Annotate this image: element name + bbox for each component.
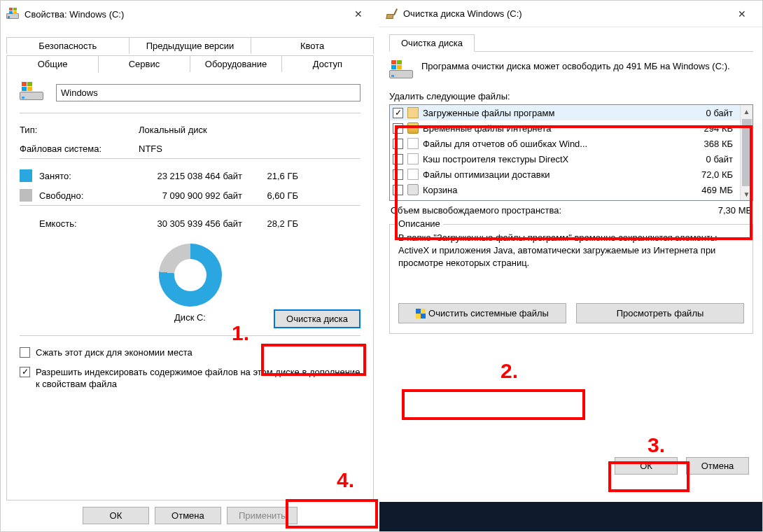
file-icon xyxy=(407,153,419,164)
file-name: Корзина xyxy=(423,185,688,195)
compress-label: Сжать этот диск для экономии места xyxy=(36,346,192,359)
disk-cleanup-button[interactable]: Очистка диска xyxy=(274,309,360,328)
trash-icon xyxy=(407,184,419,195)
compress-checkbox[interactable] xyxy=(20,347,30,358)
folder-icon xyxy=(407,107,419,118)
tab-tools[interactable]: Сервис xyxy=(99,55,190,72)
file-size: 368 КБ xyxy=(688,139,737,149)
lock-icon xyxy=(407,122,419,134)
free-label: Свободно: xyxy=(39,190,137,201)
scroll-thumb[interactable] xyxy=(742,119,752,186)
properties-window: Свойства: Windows (C:) ✕ Безопасность Пр… xyxy=(1,1,379,531)
file-checkbox[interactable] xyxy=(393,185,403,195)
list-item[interactable]: Файлы оптимизации доставки72,0 КБ xyxy=(390,167,740,182)
general-tab-content: Тип: Локальный диск Файловая система: NT… xyxy=(6,72,374,500)
separator xyxy=(20,205,360,206)
close-button[interactable]: ✕ xyxy=(343,4,374,24)
file-name: Файлы для отчетов об ошибках Wind... xyxy=(423,139,688,149)
type-value: Локальный диск xyxy=(139,125,360,135)
file-checkbox[interactable] xyxy=(393,169,403,180)
file-name: Загруженные файлы программ xyxy=(423,108,688,118)
tab-previous-versions[interactable]: Предыдущие версии xyxy=(130,37,252,54)
total-freed-value: 7,30 МБ xyxy=(696,205,752,216)
view-files-button[interactable]: Просмотреть файлы xyxy=(576,303,744,323)
separator xyxy=(20,113,360,113)
used-gb: 21,6 ГБ xyxy=(256,171,298,181)
list-item[interactable]: Загруженные файлы программ0 байт xyxy=(390,105,740,120)
drive-icon xyxy=(389,60,413,81)
apply-button[interactable]: Применить xyxy=(227,507,298,524)
titlebar: Свойства: Windows (C:) ✕ xyxy=(1,1,379,27)
description-text: В папке "Загруженные файлы программ" вре… xyxy=(398,232,744,282)
tab-security[interactable]: Безопасность xyxy=(6,37,130,54)
window-title: Очистка диска Windows (C:) xyxy=(403,8,727,19)
dialog-buttons: ОК Отмена Применить xyxy=(1,500,379,524)
file-checkbox[interactable] xyxy=(393,108,403,118)
separator xyxy=(20,158,360,159)
group-title: Описание xyxy=(396,218,443,229)
disk-label: Диск C: xyxy=(174,312,206,323)
list-item[interactable]: Корзина469 МБ xyxy=(390,182,740,197)
clean-system-files-button[interactable]: Очистить системные файлы xyxy=(398,303,566,323)
file-size: 469 МБ xyxy=(688,185,737,195)
scroll-up-icon[interactable]: ▲ xyxy=(741,105,752,118)
tab-cleanup[interactable]: Очистка диска xyxy=(389,34,475,52)
description-group: Описание В папке "Загруженные файлы прог… xyxy=(389,224,753,334)
scrollbar[interactable]: ▲ ▼ xyxy=(740,105,752,200)
cancel-button[interactable]: Отмена xyxy=(155,507,221,524)
file-size: 0 байт xyxy=(688,108,737,118)
dialog-buttons: ОК Отмена xyxy=(379,447,763,484)
file-checkbox[interactable] xyxy=(393,123,403,134)
tab-hardware[interactable]: Оборудование xyxy=(190,55,282,72)
close-button[interactable]: ✕ xyxy=(727,4,757,24)
tab-quota[interactable]: Квота xyxy=(251,37,374,54)
list-item[interactable]: Файлы для отчетов об ошибках Wind...368 … xyxy=(390,136,740,151)
cancel-button[interactable]: Отмена xyxy=(686,457,749,475)
disk-cleanup-window: Очистка диска Windows (C:) ✕ Очистка дис… xyxy=(379,1,763,502)
drive-icon xyxy=(6,8,19,20)
list-item[interactable]: Кэш построителя текстуры DirectX0 байт xyxy=(390,151,740,167)
taskbar-fragment xyxy=(379,502,763,531)
broom-icon xyxy=(385,8,398,20)
file-name: Кэш построителя текстуры DirectX xyxy=(423,154,688,164)
file-name: Временные файлы Интернета xyxy=(423,123,688,134)
free-bytes: 7 090 900 992 байт xyxy=(137,190,256,201)
used-swatch xyxy=(20,169,32,182)
tabs: Очистка диска xyxy=(389,34,753,52)
free-swatch xyxy=(20,189,32,202)
file-size: 294 КБ xyxy=(688,123,737,134)
separator xyxy=(20,335,360,336)
tabs: Безопасность Предыдущие версии Квота Общ… xyxy=(1,27,379,500)
ok-button[interactable]: ОК xyxy=(83,507,149,524)
used-bytes: 23 215 038 464 байт xyxy=(137,171,256,181)
file-size: 0 байт xyxy=(688,154,737,164)
tab-sharing[interactable]: Доступ xyxy=(282,55,374,72)
total-freed-label: Объем высвобождаемого пространства: xyxy=(391,205,696,216)
file-checkbox[interactable] xyxy=(393,139,403,149)
clean-system-files-label: Очистить системные файлы xyxy=(428,308,549,318)
scroll-down-icon[interactable]: ▼ xyxy=(741,188,752,200)
index-label: Разрешить индексировать содержимое файло… xyxy=(36,366,360,391)
file-size: 72,0 КБ xyxy=(688,169,737,180)
drive-icon-large xyxy=(20,82,43,103)
capacity-bytes: 30 305 939 456 байт xyxy=(137,218,256,229)
capacity-label: Емкость: xyxy=(39,218,137,229)
index-checkbox[interactable] xyxy=(20,367,30,377)
file-name: Файлы оптимизации доставки xyxy=(423,169,688,180)
file-icon xyxy=(407,138,419,149)
delete-files-label: Удалить следующие файлы: xyxy=(389,91,753,102)
capacity-gb: 28,2 ГБ xyxy=(256,218,298,229)
usage-donut-chart xyxy=(159,244,222,307)
file-icon xyxy=(407,169,419,180)
free-gb: 6,60 ГБ xyxy=(256,190,298,201)
file-list[interactable]: Загруженные файлы программ0 байтВременны… xyxy=(389,104,753,201)
window-title: Свойства: Windows (C:) xyxy=(24,9,343,20)
list-item[interactable]: Временные файлы Интернета294 КБ xyxy=(390,120,740,136)
tab-general[interactable]: Общие xyxy=(6,55,99,73)
shield-icon xyxy=(416,309,426,318)
file-checkbox[interactable] xyxy=(393,154,403,164)
ok-button[interactable]: ОК xyxy=(615,457,678,475)
titlebar: Очистка диска Windows (C:) ✕ xyxy=(379,1,763,27)
filesystem-label: Файловая система: xyxy=(20,144,139,154)
volume-name-input[interactable] xyxy=(56,84,360,102)
